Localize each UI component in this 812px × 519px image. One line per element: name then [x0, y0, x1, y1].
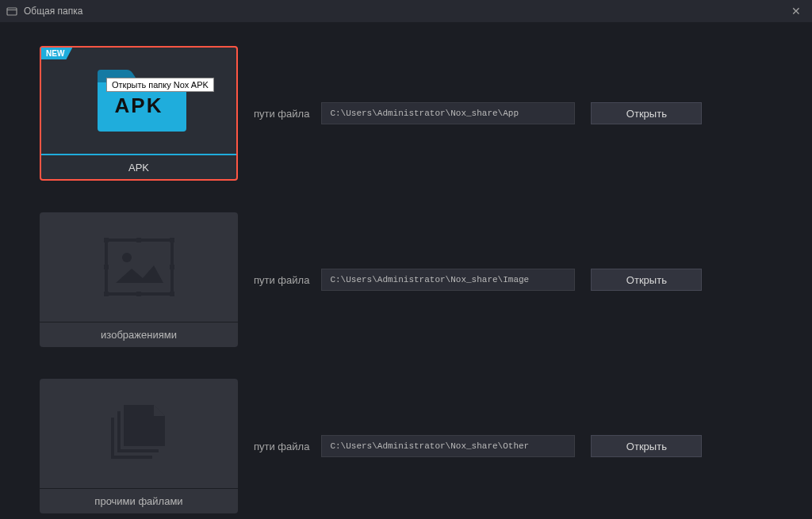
path-label-apk: пути файла	[254, 108, 309, 120]
svg-rect-4	[170, 238, 174, 242]
image-frame-icon	[102, 235, 177, 299]
card-apk-icon-area: APK Открыть папку Nox APK	[41, 48, 236, 154]
close-icon[interactable]: ✕	[790, 5, 802, 17]
svg-rect-0	[7, 8, 17, 15]
folder-text-apk: APK	[115, 93, 163, 118]
svg-rect-7	[136, 238, 141, 242]
titlebar: Общая папка ✕	[0, 0, 812, 22]
path-label-other: пути файла	[254, 441, 309, 452]
card-other[interactable]: прочими файлами	[40, 379, 238, 513]
open-button-apk[interactable]: Открыть	[591, 102, 702, 124]
open-button-other[interactable]: Открыть	[591, 435, 702, 457]
svg-rect-10	[170, 265, 174, 269]
svg-rect-3	[104, 238, 109, 242]
path-input-images[interactable]	[321, 269, 575, 291]
card-images-icon-area	[40, 212, 238, 322]
svg-rect-6	[170, 292, 174, 296]
card-images-label: изображениями	[40, 322, 238, 347]
tooltip-apk: Открыть папку Nox APK	[106, 78, 214, 92]
path-section-images: пути файла Открыть	[254, 269, 772, 291]
content-area: NEW APK Открыть папку Nox APK APK пути ф…	[0, 22, 812, 519]
svg-point-11	[122, 253, 132, 262]
path-label-images: пути файла	[254, 274, 309, 286]
card-apk[interactable]: NEW APK Открыть папку Nox APK APK	[40, 46, 238, 181]
row-other: прочими файлами пути файла Открыть	[40, 379, 772, 513]
folder-apk-icon: APK	[91, 65, 186, 136]
svg-rect-5	[104, 292, 109, 296]
path-section-other: пути файла Открыть	[254, 435, 772, 457]
row-apk: NEW APK Открыть папку Nox APK APK пути ф…	[40, 46, 772, 181]
svg-rect-8	[136, 292, 141, 296]
card-images[interactable]: изображениями	[40, 212, 238, 347]
row-images: изображениями пути файла Открыть	[40, 212, 772, 347]
svg-rect-9	[104, 265, 109, 269]
card-other-label: прочими файлами	[40, 488, 238, 513]
files-stack-icon	[103, 402, 174, 465]
svg-rect-2	[106, 240, 172, 294]
card-other-icon-area	[40, 379, 238, 488]
path-section-apk: пути файла Открыть	[254, 102, 772, 124]
open-button-images[interactable]: Открыть	[591, 269, 702, 291]
card-apk-label: APK	[41, 154, 236, 179]
window-title: Общая папка	[24, 6, 82, 17]
window-icon	[6, 6, 17, 17]
path-input-apk[interactable]	[321, 102, 575, 124]
path-input-other[interactable]	[321, 435, 575, 457]
